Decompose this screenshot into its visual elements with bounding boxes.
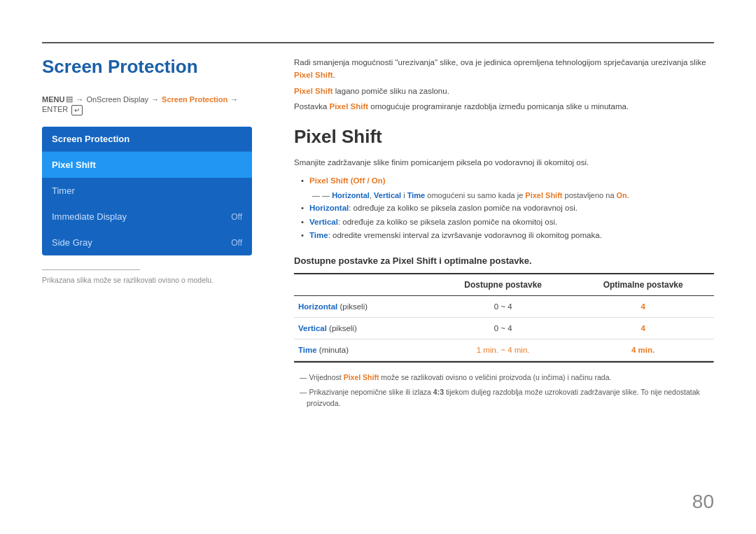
breadcrumb-arrow3: → (230, 95, 238, 104)
subnote-pixel-shift: Pixel Shift (525, 191, 562, 199)
table-cell-vertical-optimal: 4 (572, 317, 714, 339)
pixel-shift-title: Pixel Shift (294, 126, 714, 148)
intro-pixel-shift-1: Pixel Shift (294, 71, 333, 79)
nav-item-immediate-display[interactable]: Immediate Display Off (42, 204, 252, 230)
time-optimal-value: 4 min. (631, 346, 654, 354)
bullet-item-4: Time: odredite vremenski interval za izv… (301, 229, 714, 243)
left-panel: Screen Protection MENU ▤ → OnScreen Disp… (42, 56, 266, 284)
subnote-1: ― Horizontal, Vertical i Time omogućeni … (312, 190, 714, 202)
horizontal-optimal-value: 4 (640, 302, 645, 311)
table-bottom-line (294, 361, 714, 363)
nav-box: Screen Protection Pixel Shift Timer Imme… (42, 127, 252, 255)
vertical-label-bold: Vertical (298, 324, 327, 332)
table-row-horizontal: Horizontal (pikseli) 0 ~ 4 4 (294, 295, 714, 317)
table-cell-horizontal-label: Horizontal (pikseli) (294, 295, 434, 317)
table-row-time: Time (minuta) 1 min. ~ 4 min. 4 min. (294, 339, 714, 360)
nav-item-timer-label: Timer (52, 185, 75, 196)
bullet-list: Pixel Shift (Off / On) ― Horizontal, Ver… (301, 174, 714, 243)
subnote-time: Time (407, 191, 425, 199)
table-cell-time-label: Time (minuta) (294, 339, 434, 360)
table-header-available: Dostupne postavke (434, 274, 572, 296)
enter-icon: ↵ (71, 105, 83, 115)
bullet-horizontal: Horizontal (309, 204, 349, 212)
table-header-empty (294, 274, 434, 296)
right-panel: Radi smanjenja mogućnosti "urezivanja" s… (294, 56, 714, 412)
breadcrumb-enter: ENTER ↵ (42, 105, 83, 115)
top-divider (42, 42, 714, 43)
bottom-note-2-ratio: 4:3 (433, 388, 444, 396)
table-row-vertical: Vertical (pikseli) 0 ~ 4 4 (294, 317, 714, 339)
table-title: Dostupne postavke za Pixel Shift i optim… (294, 255, 714, 266)
section-title: Screen Protection (42, 56, 266, 78)
footnote-divider (42, 269, 140, 270)
subnote-on: On (617, 191, 627, 199)
table-section: Dostupne postavke za Pixel Shift i optim… (294, 255, 714, 363)
breadcrumb-arrow2: → (151, 95, 159, 104)
bottom-note-1: ― Vrijednost Pixel Shift može se razliko… (294, 372, 714, 384)
subnote-vertical: Vertical (374, 191, 401, 199)
bullet-item-1: Pixel Shift (Off / On) ― Horizontal, Ver… (301, 174, 714, 202)
bottom-note-1-pixel-shift: Pixel Shift (344, 373, 379, 381)
nav-item-pixel-shift[interactable]: Pixel Shift (42, 152, 252, 178)
horizontal-label-bold: Horizontal (298, 302, 337, 311)
bullet-item-1-label: Pixel Shift (Off / On) (309, 176, 386, 185)
nav-item-immediate-display-value: Off (231, 212, 242, 222)
footnote: Prikazana slika može se razlikovati ovis… (42, 276, 266, 284)
table-cell-horizontal-optimal: 4 (572, 295, 714, 317)
table-cell-vertical-available: 0 ~ 4 (434, 317, 572, 339)
time-label-bold: Time (298, 346, 317, 354)
breadcrumb: MENU ▤ → OnScreen Display → Screen Prote… (42, 94, 266, 115)
breadcrumb-arrow1: → (76, 95, 83, 104)
table-cell-time-available: 1 min. ~ 4 min. (434, 339, 572, 360)
table-cell-horizontal-available: 0 ~ 4 (434, 295, 572, 317)
table-header-row: Dostupne postavke Optimalne postavke (294, 274, 714, 296)
nav-item-pixel-shift-label: Pixel Shift (52, 160, 96, 170)
intro-line-1: Radi smanjenja mogućnosti "urezivanja" s… (294, 56, 714, 82)
nav-item-side-gray-label: Side Gray (52, 237, 92, 248)
breadcrumb-menu-symbol: ▤ (66, 94, 73, 104)
nav-item-side-gray-value: Off (231, 238, 242, 248)
nav-item-side-gray[interactable]: Side Gray Off (42, 230, 252, 255)
subnote-horizontal: Horizontal (332, 191, 370, 199)
table-cell-vertical-label: Vertical (pikseli) (294, 317, 434, 339)
bottom-note-2: ― Prikazivanje nepomične slike ili izlaz… (294, 386, 714, 410)
breadcrumb-onscreen: OnScreen Display (86, 95, 148, 104)
breadcrumb-menu: MENU (42, 95, 64, 104)
nav-item-timer[interactable]: Timer (42, 178, 252, 204)
table-header-optimal: Optimalne postavke (572, 274, 714, 296)
bottom-notes: ― Vrijednost Pixel Shift može se razliko… (294, 372, 714, 409)
nav-box-title: Screen Protection (42, 127, 252, 152)
vertical-optimal-value: 4 (640, 324, 645, 332)
nav-item-immediate-display-label: Immediate Display (52, 211, 127, 222)
bullet-item-2: Horizontal: određuje za koliko se piksel… (301, 202, 714, 216)
intro-pixel-shift-3: Pixel Shift (330, 102, 369, 111)
intro-line-2: Pixel Shift lagano pomiče sliku na zaslo… (294, 85, 714, 97)
time-available-value: 1 min. ~ 4 min. (477, 346, 530, 354)
bullet-item-3: Vertical: određuje za koliko se piksela … (301, 216, 714, 230)
page-number: 80 (692, 491, 714, 513)
table-cell-time-optimal: 4 min. (572, 339, 714, 360)
bullet-time: Time (309, 231, 328, 239)
data-table: Dostupne postavke Optimalne postavke Hor… (294, 273, 714, 361)
pixel-shift-desc: Smanjite zadržavanje slike finim pomican… (294, 156, 714, 169)
breadcrumb-protection: Screen Protection (162, 95, 227, 104)
intro-line-3: Postavka Pixel Shift omogućuje programir… (294, 100, 714, 113)
intro-pixel-shift-2: Pixel Shift (294, 87, 333, 95)
bullet-vertical: Vertical (309, 218, 338, 226)
